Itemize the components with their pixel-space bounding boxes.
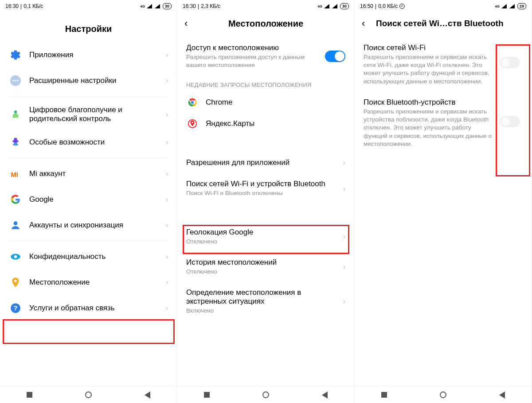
wifi-bt-scan-screen: 16:50 | 0,0 КБ/с ✆ 4G 29 ‹ Поиск сетей W… xyxy=(355,0,532,403)
signal-bars-icon xyxy=(501,4,508,8)
settings-item-wellbeing[interactable]: Цифровое благополучие и родительский кон… xyxy=(0,99,177,129)
whatsapp-icon: ✆ xyxy=(399,4,405,9)
item-label: Доступ к местоположению xyxy=(186,43,318,52)
gear-icon xyxy=(9,48,22,62)
page-title: Поиск сетей Wi…ств Bluetooth xyxy=(373,19,524,28)
chevron-right-icon: › xyxy=(166,51,168,59)
wellbeing-icon xyxy=(9,108,22,121)
chrome-icon xyxy=(186,96,199,109)
mi-logo-icon: MI xyxy=(9,167,22,180)
status-time: 16:30 xyxy=(183,3,196,9)
item-label: Услуги и обратная связь xyxy=(29,304,159,313)
location-access-toggle-row[interactable]: Доступ к местоположению Разрешить прилож… xyxy=(177,37,354,75)
toggle-switch[interactable] xyxy=(325,51,345,62)
item-label: История местоположений xyxy=(186,258,336,267)
chevron-right-icon: › xyxy=(343,185,345,193)
page-title: Настройки xyxy=(7,24,170,34)
item-label: Google xyxy=(29,195,159,204)
google-logo-icon xyxy=(9,193,22,206)
wifi-scan-toggle-row[interactable]: Поиск сетей Wi-Fi Разрешить приложениям … xyxy=(355,37,532,92)
item-label: Цифровое благополучие и родительский кон… xyxy=(29,106,159,123)
status-time: 16:50 xyxy=(360,3,373,9)
back-button[interactable]: ‹ xyxy=(362,18,373,29)
item-subtext: Отключено xyxy=(186,268,336,276)
nav-home-button[interactable] xyxy=(439,391,447,399)
dots-icon xyxy=(9,74,22,87)
chevron-right-icon: › xyxy=(166,304,168,312)
toggle-switch[interactable] xyxy=(500,116,520,127)
chevron-right-icon: › xyxy=(166,253,168,261)
nav-recent-button[interactable] xyxy=(26,391,34,399)
signal-4g-icon: 4G xyxy=(317,4,322,8)
signal-bars-icon xyxy=(155,4,161,8)
item-subtext: Поиск Wi-Fi и Bluetooth отключены xyxy=(186,189,336,197)
chevron-right-icon: › xyxy=(343,297,345,305)
status-speed: 0,1 КБ/с xyxy=(23,3,43,9)
battery-icon: 30 xyxy=(163,3,172,9)
back-button[interactable]: ‹ xyxy=(184,18,196,29)
settings-item-google[interactable]: Google › xyxy=(0,187,177,212)
app-permissions-item[interactable]: Разрешения для приложений › xyxy=(177,152,354,173)
status-bar: 16:30 | 0,1 КБ/с 4G 30 xyxy=(0,0,177,12)
settings-main-screen: 16:30 | 0,1 КБ/с 4G 30 Настройки Приложе… xyxy=(0,0,177,403)
item-label: Особые возможности xyxy=(29,138,159,147)
chevron-right-icon: › xyxy=(343,263,345,271)
status-bar: 16:30 | 2,3 КБ/с 4G 30 xyxy=(177,0,354,12)
recent-app-chrome[interactable]: Chrome xyxy=(177,92,354,113)
nav-recent-button[interactable] xyxy=(380,391,388,399)
item-subtext: Включено xyxy=(186,307,336,315)
item-label: Mi аккаунт xyxy=(29,169,159,178)
svg-text:MI: MI xyxy=(11,171,18,178)
svg-point-20 xyxy=(192,122,193,123)
nav-home-button[interactable] xyxy=(85,391,93,399)
settings-item-apps[interactable]: Приложения › xyxy=(0,42,177,68)
android-navbar xyxy=(177,386,354,403)
settings-item-location[interactable]: Местоположение › xyxy=(0,270,177,295)
item-label: Определение местоположения в экстренных … xyxy=(186,288,336,306)
nav-home-button[interactable] xyxy=(262,391,270,399)
settings-item-mi-account[interactable]: MI Mi аккаунт › xyxy=(0,161,177,187)
svg-text:?: ? xyxy=(13,304,17,312)
settings-item-feedback[interactable]: ? Услуги и обратная связь › xyxy=(0,295,177,321)
settings-item-accessibility[interactable]: Особые возможности › xyxy=(0,129,177,155)
nav-back-button[interactable] xyxy=(321,391,329,399)
status-speed: 2,3 КБ/с xyxy=(201,3,220,9)
chevron-right-icon: › xyxy=(343,159,345,167)
eye-icon xyxy=(9,250,22,263)
item-subtext: Отключено xyxy=(186,238,336,246)
item-label: Яндекс.Карты xyxy=(206,119,345,128)
chevron-right-icon: › xyxy=(166,138,168,146)
chevron-right-icon: › xyxy=(166,77,168,85)
wifi-bt-scan-item[interactable]: Поиск сетей Wi-Fi и устройств Bluetooth … xyxy=(177,173,354,203)
svg-point-5 xyxy=(14,110,17,113)
chevron-right-icon: › xyxy=(166,278,168,286)
nav-back-button[interactable] xyxy=(498,391,506,399)
svg-point-4 xyxy=(17,80,18,81)
header: Настройки xyxy=(0,12,177,42)
item-subtext: Разрешить приложениям и сервисам искать … xyxy=(364,53,493,86)
toggle-switch[interactable] xyxy=(500,57,520,68)
status-time: 16:30 xyxy=(5,3,19,9)
svg-rect-7 xyxy=(14,143,18,146)
location-history-item[interactable]: История местоположений Отключено › xyxy=(177,252,354,282)
emergency-location-item[interactable]: Определение местоположения в экстренных … xyxy=(177,282,354,321)
item-label: Разрешения для приложений xyxy=(186,158,336,167)
android-navbar xyxy=(355,386,532,403)
android-navbar xyxy=(0,386,177,403)
status-bar: 16:50 | 0,0 КБ/с ✆ 4G 29 xyxy=(355,0,532,12)
settings-item-accounts-sync[interactable]: Аккаунты и синхронизация › xyxy=(0,212,177,238)
header: ‹ Поиск сетей Wi…ств Bluetooth xyxy=(355,12,532,37)
settings-item-privacy[interactable]: Конфиденциальность › xyxy=(0,244,177,270)
settings-item-advanced[interactable]: Расширенные настройки › xyxy=(0,68,177,94)
section-header-recent: НЕДАВНИЕ ЗАПРОСЫ МЕСТОПОЛОЖЕНИЯ xyxy=(177,75,354,92)
svg-point-11 xyxy=(14,255,17,258)
item-label: Конфиденциальность xyxy=(29,252,159,261)
recent-app-yandex-maps[interactable]: Яндекс.Карты xyxy=(177,113,354,134)
signal-4g-icon: 4G xyxy=(495,4,500,8)
google-geolocation-item[interactable]: Геолокация Google Отключено › xyxy=(177,222,354,252)
signal-4g-icon: 4G xyxy=(140,4,145,8)
nav-recent-button[interactable] xyxy=(203,391,211,399)
bt-scan-toggle-row[interactable]: Поиск Bluetooth-устройств Разрешить прил… xyxy=(355,92,532,154)
nav-back-button[interactable] xyxy=(144,391,152,399)
item-label: Приложения xyxy=(29,51,159,59)
